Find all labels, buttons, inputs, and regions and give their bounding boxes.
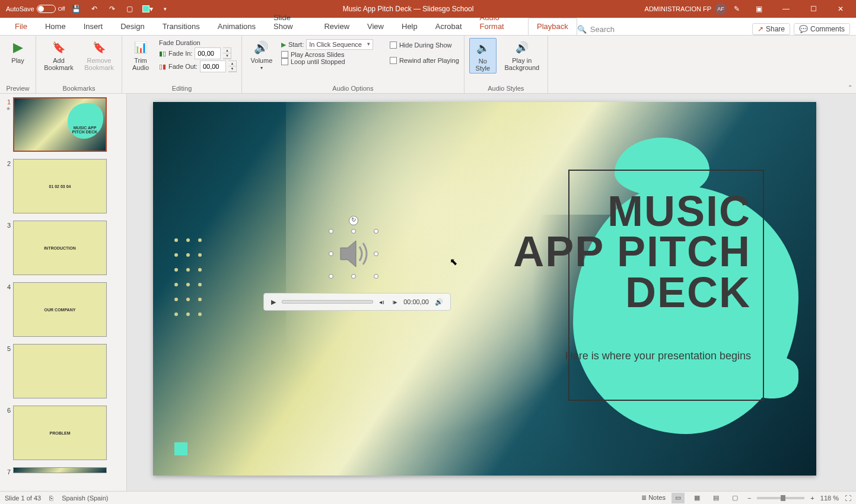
- play-button[interactable]: ▶ Play: [5, 38, 31, 65]
- share-button[interactable]: ↗Share: [752, 23, 790, 35]
- resize-handle[interactable]: [374, 251, 378, 256]
- maximize-icon[interactable]: ☐: [801, 1, 825, 17]
- coming-soon-icon[interactable]: ✎: [730, 2, 743, 15]
- accessibility-icon[interactable]: ⎘: [49, 495, 53, 502]
- fade-out-spinner[interactable]: ▲▼: [228, 60, 237, 72]
- resize-handle[interactable]: [374, 274, 378, 279]
- resize-handle[interactable]: [374, 229, 378, 234]
- fade-in-spinner[interactable]: ▲▼: [223, 47, 231, 59]
- play-across-checkbox[interactable]: Play Across Slides: [281, 51, 373, 58]
- thumbnail-panel[interactable]: 1 ★ MUSIC APP PITCH DECK 2 01 02 03 04 3…: [0, 94, 127, 491]
- svg-marker-0: [341, 241, 356, 267]
- tab-audio-format[interactable]: Audio Format: [471, 9, 528, 35]
- tab-animations[interactable]: Animations: [209, 18, 265, 35]
- save-icon[interactable]: 💾: [70, 2, 83, 15]
- fit-to-window-button[interactable]: ⛶: [845, 495, 851, 502]
- tab-playback[interactable]: Playback: [528, 18, 577, 35]
- media-seek-track[interactable]: [282, 300, 373, 304]
- search-input[interactable]: Search: [590, 25, 615, 34]
- media-volume-button[interactable]: 🔊: [432, 297, 445, 307]
- rotate-handle[interactable]: [349, 216, 358, 225]
- user-name: ADMINISTRACION FP: [645, 5, 711, 12]
- slide[interactable]: MUSIC APP PITCH DECK Here is where your …: [153, 102, 816, 476]
- thumbnail-3[interactable]: 3 INTRODUCTION: [2, 221, 124, 275]
- ribbon-group-audio-options: 🔊 Volume ▾ ▶ Start: In Click Sequence Pl…: [242, 36, 464, 93]
- resize-handle[interactable]: [351, 229, 356, 234]
- search-icon[interactable]: 🔍: [577, 25, 587, 34]
- fade-in-field[interactable]: [195, 47, 221, 59]
- slide-subtitle[interactable]: Here is where your presentation begins: [565, 350, 751, 362]
- zoom-slider[interactable]: [757, 497, 804, 499]
- tab-home[interactable]: Home: [36, 18, 75, 35]
- start-dropdown[interactable]: In Click Sequence: [306, 39, 373, 50]
- tab-insert[interactable]: Insert: [75, 18, 112, 35]
- slide-canvas-area[interactable]: MUSIC APP PITCH DECK Here is where your …: [127, 94, 856, 491]
- normal-view-button[interactable]: ▭: [672, 493, 685, 503]
- close-icon[interactable]: ✕: [829, 1, 852, 17]
- zoom-out-button[interactable]: −: [747, 495, 751, 502]
- resize-handle[interactable]: [329, 274, 333, 279]
- shape-fill-swatch[interactable]: ▾: [141, 2, 154, 15]
- loop-checkbox[interactable]: Loop until Stopped: [281, 58, 373, 65]
- tab-view[interactable]: View: [358, 18, 393, 35]
- start-from-beginning-icon[interactable]: ▢: [123, 2, 136, 15]
- tab-review[interactable]: Review: [315, 18, 358, 35]
- slide-title[interactable]: MUSIC APP PITCH DECK: [513, 191, 751, 312]
- decorative-dots: [174, 238, 204, 321]
- reading-view-button[interactable]: ▤: [709, 493, 723, 503]
- sorter-view-button[interactable]: ▦: [690, 493, 704, 503]
- thumbnail-2[interactable]: 2 01 02 03 04: [2, 159, 124, 213]
- group-label-editing: Editing: [127, 84, 237, 92]
- tab-transitions[interactable]: Transitions: [154, 18, 209, 35]
- resize-handle[interactable]: [351, 274, 356, 279]
- thumbnail-4[interactable]: 4 OUR COMPANY: [2, 282, 124, 337]
- tab-design[interactable]: Design: [112, 18, 153, 35]
- media-skip-fwd-button[interactable]: ι▸: [390, 297, 400, 307]
- tab-help[interactable]: Help: [393, 18, 427, 35]
- tab-file[interactable]: File: [6, 18, 36, 35]
- group-label-audio-options: Audio Options: [247, 84, 459, 92]
- trim-audio-button[interactable]: 📊 Trim Audio: [127, 38, 154, 72]
- ribbon: ▶ Play Preview 🔖 Add Bookmark 🔖 Remove B…: [0, 36, 856, 94]
- window-title: Music App Pitch Deck — Slidesgo School: [172, 5, 645, 13]
- add-bookmark-button[interactable]: 🔖 Add Bookmark: [41, 38, 77, 72]
- play-in-background-button[interactable]: 🔊 Play in Background: [501, 38, 543, 72]
- volume-button[interactable]: 🔊 Volume ▾: [247, 38, 276, 72]
- minimize-icon[interactable]: —: [774, 1, 798, 17]
- media-skip-back-button[interactable]: ◂ι: [377, 297, 386, 307]
- thumbnail-7[interactable]: 7: [2, 467, 124, 476]
- slideshow-view-button[interactable]: ▢: [728, 493, 742, 503]
- user-avatar[interactable]: AF: [715, 3, 727, 15]
- notes-button[interactable]: ≣ Notes: [641, 494, 666, 502]
- tab-slideshow[interactable]: Slide Show: [265, 9, 315, 35]
- redo-icon[interactable]: ↷: [106, 2, 119, 15]
- language-indicator[interactable]: Spanish (Spain): [62, 495, 108, 502]
- tab-acrobat[interactable]: Acrobat: [427, 18, 471, 35]
- fade-in-label: Fade In:: [168, 50, 192, 57]
- ribbon-display-icon[interactable]: ▣: [747, 1, 771, 17]
- ribbon-tabs: File Home Insert Design Transitions Anim…: [0, 18, 856, 36]
- autosave-toggle[interactable]: AutoSave Off: [6, 5, 65, 13]
- work-area: 1 ★ MUSIC APP PITCH DECK 2 01 02 03 04 3…: [0, 94, 856, 491]
- fade-out-field[interactable]: [200, 60, 226, 72]
- title-bar: AutoSave Off 💾 ↶ ↷ ▢ ▾ ▾ Music App Pitch…: [0, 0, 856, 18]
- zoom-level[interactable]: 118 %: [820, 495, 839, 502]
- start-icon: ▶: [281, 41, 286, 49]
- thumbnail-6[interactable]: 6 PROBLEM: [2, 406, 124, 460]
- hide-checkbox[interactable]: Hide During Show: [390, 42, 459, 49]
- slide-indicator[interactable]: Slide 1 of 43: [5, 495, 41, 502]
- media-play-button[interactable]: ▶: [269, 297, 278, 307]
- zoom-in-button[interactable]: +: [810, 495, 814, 502]
- rewind-checkbox[interactable]: Rewind after Playing: [390, 57, 459, 64]
- thumbnail-5[interactable]: 5: [2, 344, 124, 398]
- resize-handle[interactable]: [329, 229, 333, 234]
- thumbnail-1[interactable]: 1 ★ MUSIC APP PITCH DECK: [2, 97, 124, 152]
- no-style-button[interactable]: 🔈 No Style: [469, 38, 497, 74]
- qat-more-icon[interactable]: ▾: [159, 2, 172, 15]
- resize-handle[interactable]: [329, 251, 333, 256]
- collapse-ribbon-icon[interactable]: ⌃: [848, 84, 852, 91]
- media-time: 00:00,00: [403, 298, 429, 305]
- audio-object[interactable]: [331, 231, 376, 276]
- comments-button[interactable]: 💬Comments: [794, 23, 850, 35]
- undo-icon[interactable]: ↶: [88, 2, 101, 15]
